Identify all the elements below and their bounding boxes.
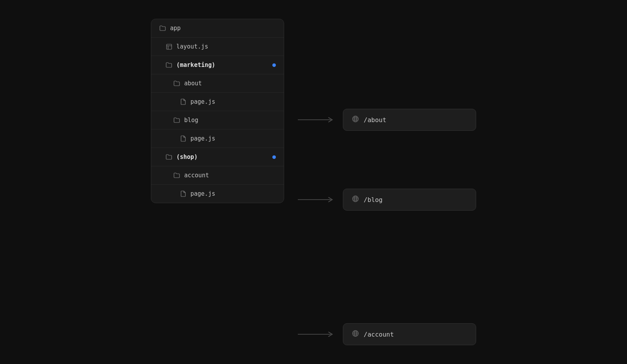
tree-item-about: about (151, 74, 284, 93)
svg-rect-0 (167, 44, 172, 49)
right-panel: /about (292, 19, 476, 345)
route-path-account: /account (364, 331, 394, 338)
route-box-account: /account (343, 323, 476, 345)
tree-label-account: account (184, 172, 276, 179)
tree-item-blog-page: page.js (151, 130, 284, 148)
file-tree: app layout.js (151, 19, 284, 203)
file-icon-account-page (179, 190, 187, 197)
route-path-blog: /blog (364, 196, 382, 204)
globe-icon-account (352, 330, 359, 339)
tree-item-shop: (shop) (151, 148, 284, 166)
tree-label-about-page: page.js (190, 98, 276, 105)
folder-icon-shop (165, 153, 172, 160)
tree-label-marketing: (marketing) (176, 61, 268, 68)
tree-item-blog: blog (151, 111, 284, 130)
main-container: app layout.js (151, 19, 476, 345)
file-icon-about-page (179, 98, 187, 105)
shop-dot (272, 155, 276, 159)
tree-item-account-page: page.js (151, 185, 284, 203)
marketing-dot (272, 63, 276, 67)
tree-label-account-page: page.js (190, 190, 276, 197)
route-box-blog: /blog (343, 189, 476, 211)
route-row-blog: /blog (292, 189, 476, 211)
tree-label-app: app (170, 25, 276, 32)
folder-icon-account (173, 172, 180, 179)
tree-item-layout: layout.js (151, 38, 284, 56)
tree-label-about: about (184, 80, 276, 87)
tree-item-about-page: page.js (151, 93, 284, 111)
tree-item-account: account (151, 166, 284, 185)
arrow-about (292, 116, 343, 124)
route-row-account: /account (292, 323, 476, 345)
arrow-blog (292, 196, 343, 204)
tree-label-shop: (shop) (176, 153, 268, 160)
route-path-about: /about (364, 116, 386, 124)
layout-icon (165, 43, 172, 50)
tree-item-app: app (151, 19, 284, 38)
arrow-account (292, 330, 343, 338)
folder-icon-app (159, 25, 166, 32)
layout-wrapper: app layout.js (151, 19, 476, 345)
folder-icon-about (173, 80, 180, 87)
tree-label-layout: layout.js (176, 43, 276, 50)
globe-icon-blog (352, 195, 359, 204)
tree-label-blog-page: page.js (190, 135, 276, 142)
tree-label-blog: blog (184, 117, 276, 124)
folder-icon-blog (173, 117, 180, 124)
route-row-about: /about (292, 109, 476, 131)
folder-icon-marketing (165, 61, 172, 68)
tree-item-marketing: (marketing) (151, 56, 284, 74)
file-icon-blog-page (179, 135, 187, 142)
globe-icon-about (352, 115, 359, 124)
route-box-about: /about (343, 109, 476, 131)
